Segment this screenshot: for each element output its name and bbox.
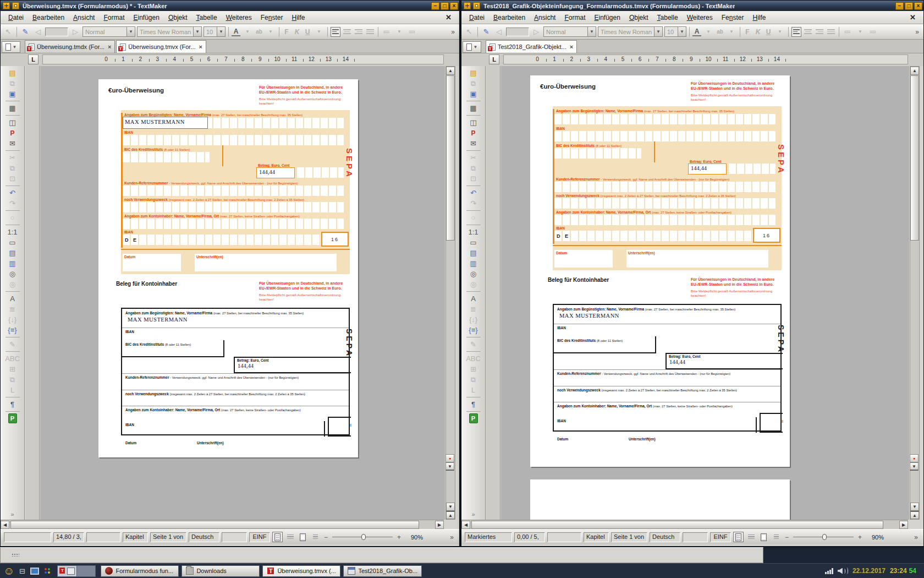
pager-desktop-1[interactable]	[58, 566, 76, 576]
background-window-strip[interactable]	[0, 547, 763, 563]
copy-button[interactable]: ⧉	[6, 163, 19, 173]
paragraph-style-select[interactable]: Normal▼	[82, 26, 135, 37]
textmaker-logo-button[interactable]: P	[469, 413, 478, 423]
window-menu-icon[interactable]	[473, 2, 480, 9]
record-button[interactable]: ○	[467, 212, 480, 223]
document-tab[interactable]: Überweisung.tmvx (For...×	[116, 40, 206, 53]
view-fullscreen-button[interactable]	[758, 532, 769, 542]
print-preview-button[interactable]: ◫	[6, 117, 19, 128]
view-outline-button[interactable]	[771, 532, 782, 542]
save-button[interactable]: ▣	[6, 89, 19, 99]
align-left-button[interactable]	[791, 27, 801, 37]
undo-button[interactable]: ↶	[467, 188, 480, 198]
format-brush-button[interactable]: ✎	[6, 339, 19, 350]
clock[interactable]: 22.12.201723:2454	[853, 567, 916, 575]
bic-comb-field[interactable]	[554, 148, 641, 159]
paste-button[interactable]: ⊡	[467, 173, 480, 184]
next-page-icon[interactable]: ▼	[910, 462, 919, 471]
search-button[interactable]: ◎	[467, 269, 480, 279]
view-normal-button[interactable]	[746, 532, 756, 542]
previous-page-icon[interactable]: ▲	[446, 511, 455, 519]
zoom-slider-thumb[interactable]	[822, 534, 827, 540]
bold-button[interactable]: F	[282, 28, 291, 36]
view-fullscreen-button[interactable]	[298, 532, 308, 542]
menu-item-fenster[interactable]: Fenster	[717, 13, 749, 23]
open-button[interactable]: ▤	[467, 68, 480, 78]
align-center-button[interactable]	[803, 27, 813, 37]
page-view-button[interactable]: ▤	[6, 248, 19, 258]
character-dialog-button[interactable]: A	[6, 293, 19, 304]
menu-item-ansicht[interactable]: Ansicht	[530, 13, 560, 23]
minimize-icon[interactable]: −	[895, 2, 904, 10]
export-pdf-button[interactable]: P	[467, 128, 480, 138]
scroll-left-icon[interactable]: ◀	[1, 521, 9, 529]
scroll-right-icon[interactable]: ▶	[899, 521, 908, 529]
document-page[interactable]: €uro-Überweisung Für Überweisungen in De…	[530, 75, 790, 467]
horizontal-scrollbar[interactable]: ◀ ▶	[461, 520, 908, 529]
menu-item-weiteres[interactable]: Weiteres	[683, 13, 717, 23]
thesaurus-button[interactable]: ⊞	[467, 364, 480, 374]
start-menu-icon[interactable]: ☺	[3, 565, 14, 576]
app-launcher-icon[interactable]	[42, 566, 52, 575]
menu-item-hilfe[interactable]: Hilfe	[748, 13, 770, 23]
iban-comb-field[interactable]	[554, 131, 776, 141]
export-pdf-button[interactable]: P	[6, 128, 19, 138]
undo-button[interactable]: ↶	[6, 188, 19, 198]
drop-caps-button[interactable]: L	[6, 385, 19, 395]
zoom-slider-thumb[interactable]	[361, 534, 366, 540]
status-insert-mode[interactable]: EINF	[710, 532, 731, 542]
paste-button[interactable]: ⊡	[6, 173, 19, 184]
close-icon[interactable]: ×	[450, 2, 458, 10]
holder-comb-field[interactable]	[554, 215, 776, 225]
numbered-list-button[interactable]: ≕	[406, 26, 417, 37]
sidebar-overflow-button[interactable]: »	[10, 511, 14, 517]
chevron-down-icon[interactable]: ▼	[394, 26, 405, 37]
italic-button[interactable]: K	[754, 28, 762, 36]
taskbar-button[interactable]: Downloads	[182, 565, 260, 577]
paragraph-dialog-button[interactable]: ≣	[467, 304, 480, 314]
form-edit-button[interactable]: ✎	[481, 26, 492, 37]
menu-item-datei[interactable]: Datei	[4, 13, 28, 23]
copy-button[interactable]: ⧉	[467, 163, 480, 173]
spellcheck-button[interactable]: ABC	[467, 353, 480, 364]
next-record-icon[interactable]: ▷	[70, 26, 81, 37]
titlebar[interactable]: Test2018_Grafik-Objekteinfuegung_Formula…	[461, 1, 923, 11]
vertical-ruler[interactable]: 01234567891011121314151617181920	[25, 66, 40, 520]
signature-box[interactable]: Unterschrift(en)	[626, 250, 768, 268]
search-button[interactable]: ◎	[6, 269, 19, 279]
menu-item-tabelle[interactable]: Tabelle	[192, 13, 222, 23]
close-document-button[interactable]: ✕	[441, 13, 456, 21]
record-button[interactable]: ○	[6, 212, 19, 223]
vertical-scrollbar[interactable]: ▲ ▼ ▲	[446, 66, 455, 520]
bic-comb-field[interactable]	[123, 152, 210, 162]
columns-view-button[interactable]: ▥	[6, 258, 19, 269]
horizontal-ruler[interactable]: 01234567891011121314	[503, 54, 908, 64]
align-center-button[interactable]	[342, 27, 352, 37]
menu-item-tabelle[interactable]: Tabelle	[653, 13, 683, 23]
tab-close-icon[interactable]: ×	[570, 43, 573, 50]
chevron-down-icon[interactable]: ▼	[703, 26, 714, 37]
character-dialog-button[interactable]: A	[467, 293, 480, 304]
show-desktop-icon[interactable]: ⊟	[17, 566, 27, 575]
copies-button[interactable]: ⧉	[6, 374, 19, 385]
chevron-down-icon[interactable]: ▼	[855, 26, 866, 37]
beneficiary-comb-field[interactable]	[554, 114, 776, 124]
menu-item-weiteres[interactable]: Weiteres	[222, 13, 256, 23]
menu-item-ansicht[interactable]: Ansicht	[69, 13, 99, 23]
taskbar-button[interactable]: Formularmodus fun...	[101, 565, 179, 577]
textmaker-logo-button[interactable]: P	[8, 413, 17, 423]
holder-iban-comb-field[interactable]	[554, 231, 776, 241]
volume-icon[interactable]	[838, 568, 848, 574]
close-icon[interactable]: ×	[914, 2, 922, 10]
date-box[interactable]: Datum	[123, 254, 181, 271]
duplicate-window-button[interactable]: ⧉	[6, 78, 19, 89]
zoom-out-icon[interactable]: −	[323, 533, 329, 541]
titlebar[interactable]: Überweisung.tmvx (Formularmodus) * - Tex…	[1, 1, 459, 11]
hscroll-thumb[interactable]	[471, 521, 883, 529]
amount-comb-field[interactable]	[729, 163, 776, 174]
view-outline-button[interactable]	[310, 532, 321, 542]
tab-close-icon[interactable]: ×	[108, 43, 111, 50]
align-justify-button[interactable]	[826, 27, 836, 37]
view-normal-button[interactable]	[285, 532, 295, 542]
next-record-icon[interactable]: ▷	[531, 26, 542, 37]
